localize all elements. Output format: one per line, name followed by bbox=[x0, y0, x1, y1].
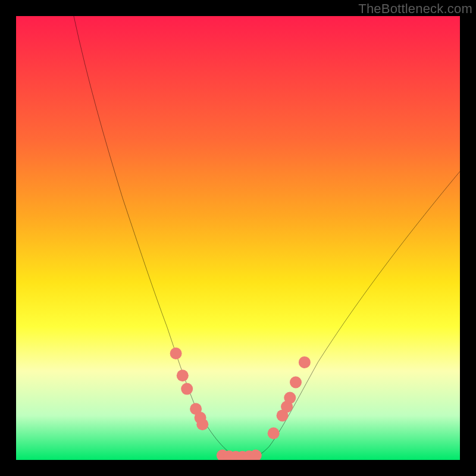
curve-marker bbox=[177, 369, 189, 381]
curve-marker bbox=[196, 418, 208, 430]
plot-area bbox=[16, 16, 460, 460]
curve-marker bbox=[284, 392, 296, 404]
curve-marker bbox=[299, 356, 311, 368]
curve-marker bbox=[181, 383, 193, 395]
watermark-text: TheBottleneck.com bbox=[358, 1, 472, 17]
curve-marker bbox=[170, 347, 182, 359]
curve-marker bbox=[290, 377, 302, 389]
marker-layer bbox=[16, 16, 460, 460]
chart-frame: TheBottleneck.com bbox=[0, 0, 476, 476]
curve-marker bbox=[268, 427, 280, 439]
